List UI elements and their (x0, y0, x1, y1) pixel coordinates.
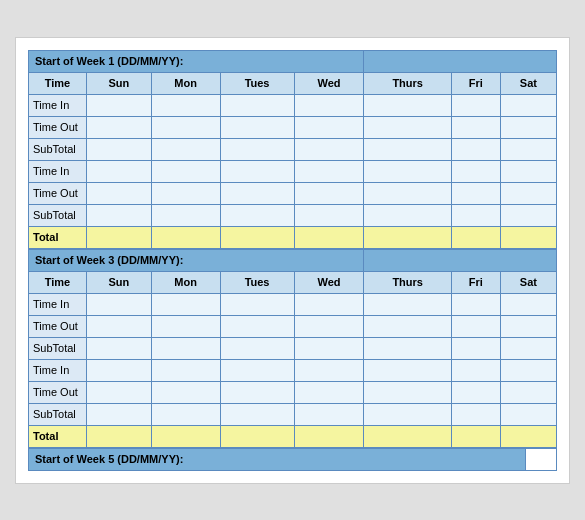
week3-timeout1-mon[interactable] (151, 315, 220, 337)
week1-timeout1-sat[interactable] (500, 116, 556, 138)
week3-timeout1-tues[interactable] (220, 315, 294, 337)
week3-timein1-thurs[interactable] (364, 293, 451, 315)
week1-timeout2-mon[interactable] (151, 182, 220, 204)
week3-timein1-fri[interactable] (451, 293, 500, 315)
week3-timeout1-thurs[interactable] (364, 315, 451, 337)
week1-timeout2-wed[interactable] (294, 182, 364, 204)
week1-timein1-wed[interactable] (294, 94, 364, 116)
week1-subtotal1-sat[interactable] (500, 138, 556, 160)
week3-subtotal2-thurs[interactable] (364, 403, 451, 425)
week1-timein2-mon[interactable] (151, 160, 220, 182)
week3-total-mon[interactable] (151, 425, 220, 447)
week3-timeout1-sun[interactable] (87, 315, 152, 337)
week3-timeout2-sun[interactable] (87, 381, 152, 403)
week3-timein2-wed[interactable] (294, 359, 364, 381)
week1-total-wed[interactable] (294, 226, 364, 248)
week3-timeout2-mon[interactable] (151, 381, 220, 403)
week1-subtotal1-sun[interactable] (87, 138, 152, 160)
week1-subtotal2-sun[interactable] (87, 204, 152, 226)
week1-subtotal1-wed[interactable] (294, 138, 364, 160)
week1-subtotal2-fri[interactable] (451, 204, 500, 226)
week1-subtotal2-wed[interactable] (294, 204, 364, 226)
week3-subtotal2-tues[interactable] (220, 403, 294, 425)
week1-timein1-fri[interactable] (451, 94, 500, 116)
week1-total-fri[interactable] (451, 226, 500, 248)
week1-subtotal2-sat[interactable] (500, 204, 556, 226)
week1-timein2-wed[interactable] (294, 160, 364, 182)
week3-timeout1-sat[interactable] (500, 315, 556, 337)
week1-timeout2-fri[interactable] (451, 182, 500, 204)
week1-timein1-thurs[interactable] (364, 94, 451, 116)
week3-subtotal1-sat[interactable] (500, 337, 556, 359)
week1-timeout2-tues[interactable] (220, 182, 294, 204)
week3-subtotal1-wed[interactable] (294, 337, 364, 359)
week1-subtotal2-thurs[interactable] (364, 204, 451, 226)
week3-subtotal1-thurs[interactable] (364, 337, 451, 359)
week1-subtotal1-fri[interactable] (451, 138, 500, 160)
week1-timein2-sun[interactable] (87, 160, 152, 182)
week1-timein2-fri[interactable] (451, 160, 500, 182)
week1-total-thurs[interactable] (364, 226, 451, 248)
week3-total-sat[interactable] (500, 425, 556, 447)
week1-timein1-tues[interactable] (220, 94, 294, 116)
week3-total-tues[interactable] (220, 425, 294, 447)
week1-timeout2-sun[interactable] (87, 182, 152, 204)
week1-timein1-mon[interactable] (151, 94, 220, 116)
week1-timeout1-fri[interactable] (451, 116, 500, 138)
week3-timein2-sat[interactable] (500, 359, 556, 381)
week3-total-wed[interactable] (294, 425, 364, 447)
week3-timein2-thurs[interactable] (364, 359, 451, 381)
week3-timein2-fri[interactable] (451, 359, 500, 381)
week3-timeout2-sat[interactable] (500, 381, 556, 403)
week3-subtotal2-sun[interactable] (87, 403, 152, 425)
week3-timein1-sun[interactable] (87, 293, 152, 315)
week1-subtotal1-row: SubTotal (29, 138, 557, 160)
week1-timeout1-wed[interactable] (294, 116, 364, 138)
week1-total-sun[interactable] (87, 226, 152, 248)
week3-timein2-tues[interactable] (220, 359, 294, 381)
week3-subtotal1-fri[interactable] (451, 337, 500, 359)
week3-total-sun[interactable] (87, 425, 152, 447)
week1-timein2-thurs[interactable] (364, 160, 451, 182)
week1-timein1-sat[interactable] (500, 94, 556, 116)
week3-subtotal2-fri[interactable] (451, 403, 500, 425)
week1-subtotal2-mon[interactable] (151, 204, 220, 226)
week1-timein1-sun[interactable] (87, 94, 152, 116)
week1-timeout2-sat[interactable] (500, 182, 556, 204)
week3-subtotal2-mon[interactable] (151, 403, 220, 425)
week3-total-thurs[interactable] (364, 425, 451, 447)
week3-total-fri[interactable] (451, 425, 500, 447)
week3-timein1-wed[interactable] (294, 293, 364, 315)
week3-timeout2-thurs[interactable] (364, 381, 451, 403)
week3-subtotal1-sun[interactable] (87, 337, 152, 359)
week1-subtotal1-mon[interactable] (151, 138, 220, 160)
col-sun: Sun (87, 72, 152, 94)
week3-timein1-mon[interactable] (151, 293, 220, 315)
week1-total-tues[interactable] (220, 226, 294, 248)
week1-timeout1-thurs[interactable] (364, 116, 451, 138)
week1-timeout1-tues[interactable] (220, 116, 294, 138)
week1-subtotal1-tues[interactable] (220, 138, 294, 160)
week3-timein1-sat[interactable] (500, 293, 556, 315)
week1-subtotal2-tues[interactable] (220, 204, 294, 226)
week3-timein2-sun[interactable] (87, 359, 152, 381)
week1-total-mon[interactable] (151, 226, 220, 248)
week3-subtotal1-mon[interactable] (151, 337, 220, 359)
week3-subtotal2-wed[interactable] (294, 403, 364, 425)
week3-timeout1-fri[interactable] (451, 315, 500, 337)
week1-timein2-sat[interactable] (500, 160, 556, 182)
week1-timeout1-mon[interactable] (151, 116, 220, 138)
week3-timeout1-wed[interactable] (294, 315, 364, 337)
week3-subtotal2-sat[interactable] (500, 403, 556, 425)
week3-timeout2-wed[interactable] (294, 381, 364, 403)
week1-subtotal1-thurs[interactable] (364, 138, 451, 160)
week3-timein1-tues[interactable] (220, 293, 294, 315)
week1-total-sat[interactable] (500, 226, 556, 248)
week1-timeout2-thurs[interactable] (364, 182, 451, 204)
week1-timeout1-sun[interactable] (87, 116, 152, 138)
week3-timeout2-fri[interactable] (451, 381, 500, 403)
week1-timein2-tues[interactable] (220, 160, 294, 182)
week3-timeout2-tues[interactable] (220, 381, 294, 403)
week3-subtotal1-tues[interactable] (220, 337, 294, 359)
week3-timein2-mon[interactable] (151, 359, 220, 381)
